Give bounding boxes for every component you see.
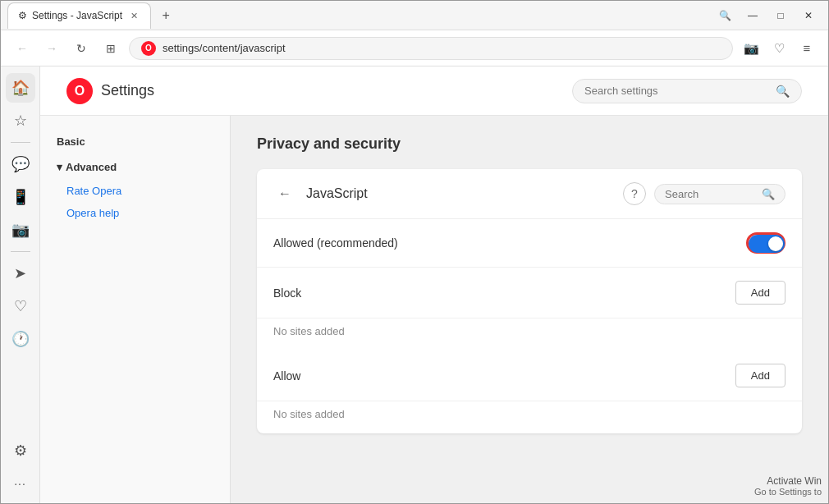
card-header-left: ← JavaScript <box>273 182 368 205</box>
sidebar-home-icon[interactable]: 🏠 <box>6 73 35 103</box>
javascript-card: ← JavaScript ? 🔍 <box>257 169 802 433</box>
allow-label: Allow <box>273 369 300 383</box>
sidebar-send-icon[interactable]: ➤ <box>6 259 35 288</box>
allow-add-button[interactable]: Add <box>735 364 785 387</box>
toggle-track <box>749 235 785 253</box>
card-header: ← JavaScript ? 🔍 <box>257 169 802 219</box>
search-settings-wrap[interactable]: 🔍 <box>572 79 802 103</box>
activate-watermark: Activate Win Go to Settings to <box>754 475 822 497</box>
block-label: Block <box>273 286 301 300</box>
address-bar-input-wrap[interactable]: O settings/content/javascript <box>129 37 733 60</box>
activate-line1: Activate Win <box>754 475 822 487</box>
section-heading: Privacy and security <box>257 135 802 153</box>
sidebar-basic-label[interactable]: Basic <box>40 129 230 154</box>
settings-main: O Settings 🔍 Basic ▾ Adva <box>40 66 828 504</box>
sidebar-divider-2 <box>11 251 30 252</box>
card-search-wrap[interactable]: 🔍 <box>654 184 785 204</box>
new-tab-button[interactable]: + <box>154 4 177 27</box>
close-button[interactable]: ✕ <box>795 6 822 25</box>
titlebar: ⚙ Settings - JavaScript ✕ + 🔍 — □ ✕ <box>1 1 828 30</box>
settings-body: Basic ▾ Advanced Rate Opera Opera help P… <box>40 116 828 504</box>
reload-button[interactable]: ↻ <box>70 37 93 60</box>
tab-close-button[interactable]: ✕ <box>127 9 140 22</box>
sidebar-messenger-icon[interactable]: 💬 <box>6 149 35 179</box>
rate-opera-link[interactable]: Rate Opera <box>40 180 230 202</box>
allowed-label: Allowed (recommended) <box>273 236 398 250</box>
tab-area: ⚙ Settings - JavaScript ✕ + <box>7 2 177 29</box>
body-layout: 🏠 ☆ 💬 📱 📷 ➤ ♡ 🕐 ⚙ ··· O Setti <box>1 66 828 504</box>
sidebar-heart-icon[interactable]: ♡ <box>6 291 35 321</box>
allow-no-sites: No sites added <box>257 401 802 433</box>
card-search-input[interactable] <box>665 188 757 200</box>
settings-sidebar: Basic ▾ Advanced Rate Opera Opera help <box>40 116 231 504</box>
tab-title: Settings - JavaScript <box>32 10 122 21</box>
search-settings-input[interactable] <box>584 85 769 97</box>
allowed-row: Allowed (recommended) <box>257 219 802 268</box>
opera-logo: O <box>66 78 93 104</box>
settings-topbar: O Settings 🔍 <box>40 66 828 116</box>
addressbar: ← → ↻ ⊞ O settings/content/javascript 📷 … <box>1 30 828 66</box>
settings-title: Settings <box>101 82 154 99</box>
tab-settings-icon: ⚙ <box>18 10 27 21</box>
titlebar-left: ⚙ Settings - JavaScript ✕ + <box>7 2 177 29</box>
card-header-right: ? 🔍 <box>623 182 785 205</box>
sidebar-settings-icon[interactable]: ⚙ <box>6 436 35 465</box>
card-back-button[interactable]: ← <box>273 182 296 205</box>
menu-icon[interactable]: ≡ <box>795 37 818 60</box>
minimize-button[interactable]: — <box>740 6 766 25</box>
sidebar-star-icon[interactable]: ☆ <box>6 106 35 135</box>
search-settings-icon: 🔍 <box>776 85 790 98</box>
main-content-area: Privacy and security ← JavaScript ? <box>231 116 828 504</box>
forward-button[interactable]: → <box>40 37 63 60</box>
sidebar-whatsapp-icon[interactable]: 📱 <box>6 182 35 212</box>
icon-sidebar: 🏠 ☆ 💬 📱 📷 ➤ ♡ 🕐 ⚙ ··· <box>1 66 40 504</box>
camera-icon[interactable]: 📷 <box>740 37 763 60</box>
allowed-toggle[interactable] <box>746 232 785 254</box>
activate-line2: Go to Settings to <box>754 487 822 497</box>
sidebar-advanced-label[interactable]: ▾ Advanced <box>40 154 230 180</box>
addressbar-actions: 📷 ♡ ≡ <box>740 37 818 60</box>
sidebar-divider-1 <box>11 142 30 143</box>
advanced-label-text: Advanced <box>66 161 117 173</box>
titlebar-controls: 🔍 — □ ✕ <box>712 6 822 25</box>
sidebar-history-icon[interactable]: 🕐 <box>6 324 35 354</box>
opera-help-link[interactable]: Opera help <box>40 202 230 224</box>
sidebar-instagram-icon[interactable]: 📷 <box>6 215 35 245</box>
card-search-icon: 🔍 <box>762 188 775 200</box>
back-button[interactable]: ← <box>11 37 34 60</box>
card-title: JavaScript <box>306 186 368 201</box>
advanced-expand-icon: ▾ <box>57 161 62 173</box>
help-button[interactable]: ? <box>623 182 646 205</box>
block-row: Block Add <box>257 268 802 318</box>
active-tab[interactable]: ⚙ Settings - JavaScript ✕ <box>7 2 151 29</box>
bookmark-icon[interactable]: ♡ <box>767 37 790 60</box>
allow-row: Allow Add <box>257 351 802 401</box>
block-add-button[interactable]: Add <box>735 281 785 305</box>
opera-logo-badge: O <box>141 41 156 56</box>
grid-view-button[interactable]: ⊞ <box>99 37 122 60</box>
toggle-thumb <box>768 236 783 251</box>
sidebar-more-icon[interactable]: ··· <box>6 469 35 498</box>
url-display: settings/content/javascript <box>163 42 721 54</box>
maximize-button[interactable]: □ <box>767 6 794 25</box>
settings-logo-area: O Settings <box>66 78 154 104</box>
search-titlebar-icon[interactable]: 🔍 <box>712 6 738 25</box>
block-no-sites: No sites added <box>257 318 802 351</box>
